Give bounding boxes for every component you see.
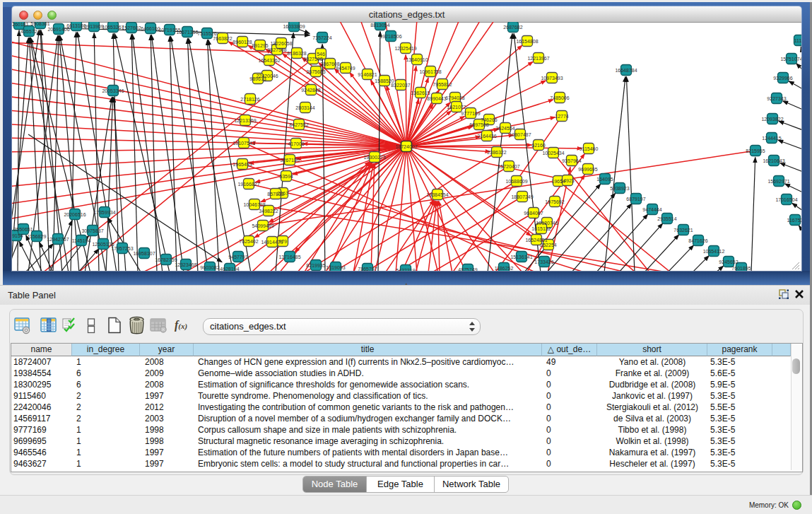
- svg-text:2803144: 2803144: [295, 105, 314, 110]
- svg-text:1975692: 1975692: [545, 199, 564, 204]
- svg-text:9603082: 9603082: [200, 265, 219, 270]
- svg-text:16154808: 16154808: [516, 39, 538, 44]
- svg-text:1145194: 1145194: [72, 238, 91, 243]
- svg-text:53594: 53594: [279, 174, 293, 179]
- svg-text:30975887: 30975887: [81, 228, 103, 233]
- svg-text:12213967: 12213967: [527, 56, 549, 61]
- svg-text:2935514: 2935514: [657, 216, 676, 221]
- svg-text:9115460: 9115460: [579, 146, 599, 151]
- svg-text:9146821: 9146821: [358, 72, 377, 77]
- svg-text:9357964: 9357964: [562, 158, 581, 163]
- svg-text:7632621: 7632621: [673, 228, 693, 233]
- svg-text:417006: 417006: [288, 141, 304, 146]
- svg-text:9329966: 9329966: [773, 76, 792, 81]
- svg-text:8215955: 8215955: [746, 148, 765, 153]
- svg-text:12774: 12774: [555, 114, 569, 119]
- svg-text:17016504: 17016504: [775, 197, 797, 202]
- svg-text:16524851: 16524851: [525, 238, 547, 243]
- svg-text:4628194: 4628194: [220, 267, 239, 271]
- svg-text:14914479: 14914479: [261, 240, 283, 245]
- svg-text:16543362: 16543362: [258, 58, 280, 63]
- svg-text:6879197: 6879197: [626, 197, 645, 201]
- svg-text:8990443: 8990443: [427, 96, 446, 101]
- svg-text:5432319: 5432319: [396, 268, 415, 271]
- svg-text:546: 546: [317, 52, 325, 57]
- svg-text:252254: 252254: [540, 243, 556, 247]
- svg-text:14055724: 14055724: [18, 29, 40, 34]
- svg-text:16671355: 16671355: [176, 30, 198, 35]
- svg-text:8322037: 8322037: [391, 83, 410, 88]
- svg-text:3498222: 3498222: [259, 209, 278, 214]
- svg-text:5260181: 5260181: [12, 22, 29, 27]
- svg-text:15136141: 15136141: [510, 255, 532, 259]
- svg-text:746266: 746266: [481, 117, 497, 122]
- svg-text:12942757: 12942757: [47, 237, 69, 242]
- svg-text:13640910: 13640910: [406, 57, 428, 62]
- svg-text:20053346: 20053346: [102, 88, 124, 93]
- svg-text:9827508: 9827508: [303, 57, 322, 62]
- svg-text:9457791: 9457791: [228, 255, 247, 259]
- svg-text:8813054: 8813054: [370, 23, 389, 28]
- svg-text:10653267: 10653267: [102, 25, 124, 30]
- svg-text:7865797: 7865797: [358, 267, 377, 271]
- svg-text:7663822: 7663822: [213, 36, 232, 41]
- svg-text:8427552: 8427552: [289, 122, 308, 127]
- svg-text:19300273: 19300273: [363, 155, 385, 160]
- svg-text:6613186: 6613186: [66, 23, 86, 28]
- svg-text:9474444: 9474444: [642, 207, 661, 212]
- svg-text:18807249: 18807249: [511, 194, 533, 199]
- svg-text:116753: 116753: [787, 218, 801, 223]
- svg-text:19218506: 19218506: [379, 34, 401, 39]
- svg-text:12325419: 12325419: [394, 46, 416, 51]
- svg-text:7515526: 7515526: [197, 31, 216, 36]
- svg-text:1112: 1112: [794, 38, 801, 43]
- svg-text:12213369: 12213369: [234, 118, 256, 123]
- svg-text:16782759: 16782759: [155, 257, 177, 262]
- svg-text:15751074: 15751074: [780, 57, 801, 62]
- svg-text:62160: 62160: [531, 143, 546, 148]
- svg-text:1819093: 1819093: [326, 265, 345, 270]
- svg-text:20206516: 20206516: [64, 212, 86, 217]
- svg-text:9245652: 9245652: [719, 259, 738, 264]
- svg-text:8471626: 8471626: [688, 238, 707, 243]
- svg-text:19166827: 19166827: [237, 182, 259, 187]
- svg-text:2687682: 2687682: [503, 25, 522, 30]
- svg-text:17359934: 17359934: [93, 210, 115, 215]
- svg-text:8186328: 8186328: [287, 51, 306, 56]
- svg-text:1621072: 1621072: [447, 105, 466, 110]
- svg-text:1362615: 1362615: [411, 90, 430, 95]
- svg-text:7601895: 7601895: [731, 266, 751, 271]
- svg-text:857833: 857833: [267, 192, 283, 197]
- svg-text:10961758: 10961758: [419, 69, 441, 74]
- svg-text:10688609: 10688609: [505, 179, 527, 184]
- svg-text:1965493: 1965493: [233, 162, 252, 167]
- svg-text:13226058: 13226058: [270, 41, 292, 46]
- svg-text:39154: 39154: [12, 233, 23, 238]
- svg-text:9827508: 9827508: [267, 47, 286, 52]
- svg-text:6794028: 6794028: [445, 95, 464, 100]
- svg-text:1615132: 1615132: [531, 226, 551, 231]
- svg-text:8219935: 8219935: [306, 263, 325, 268]
- svg-text:17957253: 17957253: [111, 246, 133, 251]
- svg-text:7357224: 7357224: [312, 35, 331, 40]
- svg-text:1244415: 1244415: [762, 136, 781, 141]
- svg-text:5908301: 5908301: [30, 22, 49, 26]
- svg-text:8960128: 8960128: [233, 40, 252, 45]
- svg-text:12505135: 12505135: [92, 242, 114, 247]
- svg-text:9227343: 9227343: [767, 96, 786, 101]
- svg-text:12093822: 12093822: [761, 117, 783, 122]
- svg-text:1186252: 1186252: [495, 266, 514, 271]
- svg-text:5938923: 5938923: [610, 186, 629, 191]
- svg-text:10807487: 10807487: [509, 132, 531, 137]
- svg-text:15692971: 15692971: [767, 179, 789, 184]
- svg-text:2550651: 2550651: [13, 227, 33, 232]
- svg-text:15720407: 15720407: [498, 164, 519, 169]
- svg-text:1733426: 1733426: [534, 259, 553, 264]
- svg-text:10973493: 10973493: [541, 76, 563, 81]
- svg-text:9684067: 9684067: [524, 211, 543, 216]
- svg-text:10025434: 10025434: [542, 151, 564, 156]
- svg-text:16033809: 16033809: [283, 24, 305, 29]
- svg-text:16210643: 16210643: [763, 158, 784, 163]
- svg-text:9242848: 9242848: [301, 88, 320, 93]
- svg-text:164095: 164095: [596, 177, 613, 182]
